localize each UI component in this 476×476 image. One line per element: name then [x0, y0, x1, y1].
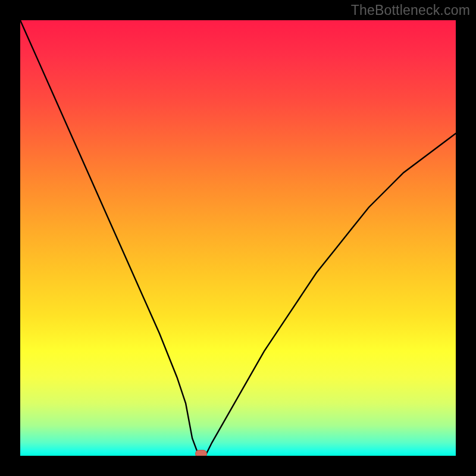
- plot-area: [20, 20, 456, 456]
- optimal-point-marker: [195, 450, 207, 456]
- bottleneck-curve: [20, 20, 456, 456]
- attribution-text: TheBottleneck.com: [351, 2, 470, 18]
- chart-frame: TheBottleneck.com: [0, 0, 476, 476]
